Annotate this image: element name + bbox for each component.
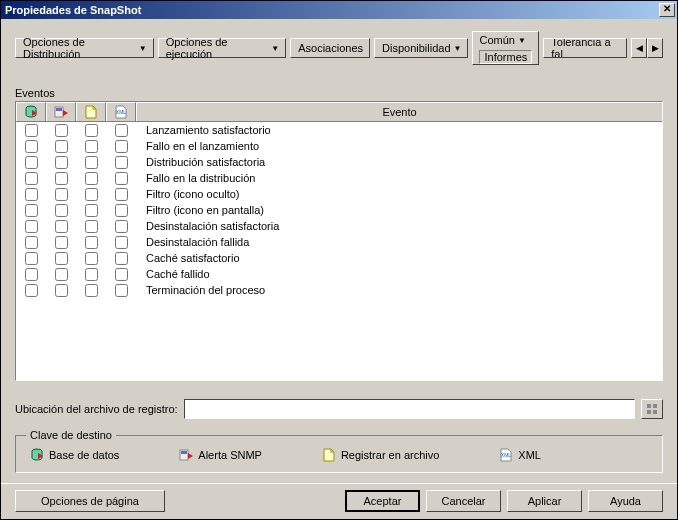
checkbox-cell <box>76 284 106 297</box>
checkbox-cell <box>76 188 106 201</box>
help-button[interactable]: Ayuda <box>588 490 663 512</box>
event-checkbox[interactable] <box>55 220 68 233</box>
event-name: Caché satisfactorio <box>136 252 662 264</box>
chevron-down-icon: ▼ <box>271 44 279 53</box>
triangle-right-icon: ▶ <box>652 43 659 53</box>
event-checkbox[interactable] <box>115 188 128 201</box>
table-row: Fallo en el lanzamiento <box>16 138 662 154</box>
svg-rect-5 <box>647 404 651 408</box>
event-checkbox[interactable] <box>115 252 128 265</box>
tab-comun[interactable]: Común ▼ Informes <box>472 31 539 65</box>
event-checkbox[interactable] <box>55 124 68 137</box>
event-checkbox[interactable] <box>85 236 98 249</box>
event-checkbox[interactable] <box>115 172 128 185</box>
tab-distribucion[interactable]: Opciones de Distribución ▼ <box>15 38 154 58</box>
event-name: Lanzamiento satisfactorio <box>136 124 662 136</box>
event-checkbox[interactable] <box>25 268 38 281</box>
page-options-button[interactable]: Opciones de página <box>15 490 165 512</box>
event-checkbox[interactable] <box>115 124 128 137</box>
event-name: Fallo en el lanzamiento <box>136 140 662 152</box>
event-checkbox[interactable] <box>55 140 68 153</box>
tab-scroll-left[interactable]: ◀ <box>631 38 647 58</box>
table-row: Filtro (icono oculto) <box>16 186 662 202</box>
event-checkbox[interactable] <box>25 124 38 137</box>
event-checkbox[interactable] <box>115 268 128 281</box>
tab-scroll-right[interactable]: ▶ <box>647 38 663 58</box>
header-col-xml[interactable]: XML <box>106 102 136 121</box>
event-checkbox[interactable] <box>85 124 98 137</box>
event-checkbox[interactable] <box>85 284 98 297</box>
event-checkbox[interactable] <box>55 236 68 249</box>
event-checkbox[interactable] <box>85 252 98 265</box>
event-checkbox[interactable] <box>85 156 98 169</box>
event-checkbox[interactable] <box>25 172 38 185</box>
event-checkbox[interactable] <box>55 268 68 281</box>
ok-button[interactable]: Aceptar <box>345 490 420 512</box>
table-row: Terminación del proceso <box>16 282 662 298</box>
event-checkbox[interactable] <box>25 140 38 153</box>
log-location-input[interactable] <box>184 399 635 419</box>
checkbox-cell <box>106 188 136 201</box>
header-col-event[interactable]: Evento <box>136 102 662 121</box>
event-checkbox[interactable] <box>115 156 128 169</box>
event-checkbox[interactable] <box>115 236 128 249</box>
event-checkbox[interactable] <box>115 284 128 297</box>
triangle-left-icon: ◀ <box>636 43 643 53</box>
event-checkbox[interactable] <box>55 172 68 185</box>
subtab-informes[interactable]: Informes <box>479 50 532 64</box>
checkbox-cell <box>76 236 106 249</box>
header-col-file[interactable] <box>76 102 106 121</box>
checkbox-cell <box>16 172 46 185</box>
tab-asociaciones[interactable]: Asociaciones <box>290 38 370 58</box>
table-row: Filtro (icono en pantalla) <box>16 202 662 218</box>
tab-label: Opciones de Distribución <box>23 36 136 60</box>
close-button[interactable]: ✕ <box>659 3 675 17</box>
checkbox-cell <box>46 284 76 297</box>
event-checkbox[interactable] <box>115 220 128 233</box>
event-checkbox[interactable] <box>25 204 38 217</box>
event-checkbox[interactable] <box>55 188 68 201</box>
svg-text:XML: XML <box>501 452 512 458</box>
table-row: Fallo en la distribución <box>16 170 662 186</box>
event-checkbox[interactable] <box>25 284 38 297</box>
event-checkbox[interactable] <box>25 188 38 201</box>
event-checkbox[interactable] <box>25 252 38 265</box>
event-checkbox[interactable] <box>115 140 128 153</box>
checkbox-cell <box>16 156 46 169</box>
legend-label: Base de datos <box>49 449 119 461</box>
event-checkbox[interactable] <box>85 188 98 201</box>
event-checkbox[interactable] <box>85 140 98 153</box>
tab-label: Asociaciones <box>298 42 363 54</box>
event-name: Filtro (icono en pantalla) <box>136 204 662 216</box>
event-checkbox[interactable] <box>55 252 68 265</box>
event-checkbox[interactable] <box>55 284 68 297</box>
event-checkbox[interactable] <box>55 156 68 169</box>
event-checkbox[interactable] <box>25 220 38 233</box>
checkbox-cell <box>46 156 76 169</box>
event-checkbox[interactable] <box>25 236 38 249</box>
event-checkbox[interactable] <box>85 268 98 281</box>
header-col-snmp[interactable] <box>46 102 76 121</box>
tab-tolerancia[interactable]: Tolerancia a fal <box>543 38 627 58</box>
header-col-db[interactable] <box>16 102 46 121</box>
legend-label: XML <box>518 449 541 461</box>
cancel-button[interactable]: Cancelar <box>426 490 501 512</box>
legend-xml: XML XML <box>499 448 541 462</box>
event-checkbox[interactable] <box>55 204 68 217</box>
event-checkbox[interactable] <box>85 172 98 185</box>
event-checkbox[interactable] <box>25 156 38 169</box>
xml-icon: XML <box>114 105 128 119</box>
event-checkbox[interactable] <box>85 220 98 233</box>
window-title: Propiedades de SnapShot <box>5 4 141 16</box>
tab-disponibilidad[interactable]: Disponibilidad ▼ <box>374 38 468 58</box>
event-name: Caché fallido <box>136 268 662 280</box>
apply-button[interactable]: Aplicar <box>507 490 582 512</box>
log-location-label: Ubicación del archivo de registro: <box>15 403 178 415</box>
event-checkbox[interactable] <box>85 204 98 217</box>
log-location-row: Ubicación del archivo de registro: <box>15 399 663 419</box>
event-checkbox[interactable] <box>115 204 128 217</box>
table-row: Caché fallido <box>16 266 662 282</box>
tab-ejecucion[interactable]: Opciones de ejecución ▼ <box>158 38 287 58</box>
checkbox-cell <box>106 284 136 297</box>
browse-button[interactable] <box>641 399 663 419</box>
